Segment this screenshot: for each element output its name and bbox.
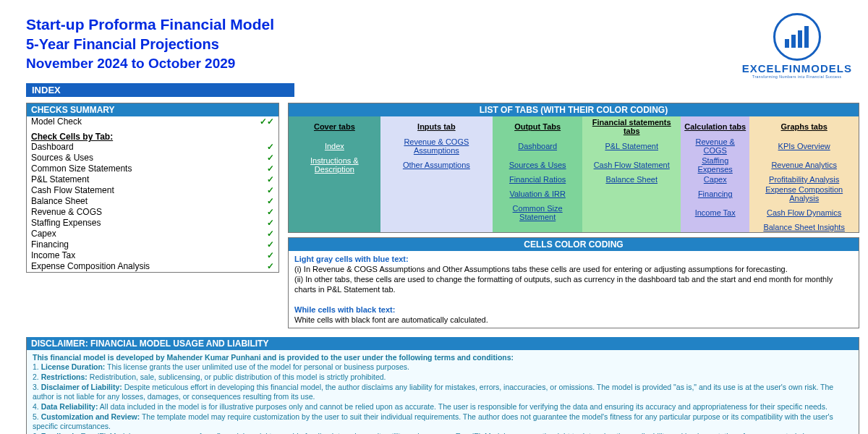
check-icon: ✓ bbox=[267, 261, 274, 272]
tab-link[interactable]: Sources & Uses bbox=[509, 161, 566, 169]
tab-link[interactable]: Expense Composition Analysis bbox=[765, 185, 843, 203]
tab-link[interactable]: Balance Sheet Insights bbox=[763, 223, 845, 231]
check-row: Common Size Statements✓ bbox=[27, 163, 278, 174]
tab-link[interactable]: Revenue Analytics bbox=[771, 161, 837, 169]
disclaimer-box: DISCLAIMER: FINANCIAL MODEL USAGE AND LI… bbox=[26, 337, 859, 434]
check-row: Capex✓ bbox=[27, 229, 278, 239]
check-row: Expense Composition Analysis✓ bbox=[27, 261, 278, 272]
disclaimer-item: 1. License Duration: This license grants… bbox=[33, 362, 853, 372]
tab-link[interactable]: Profitability Analysis bbox=[769, 175, 839, 184]
check-row: Sources & Uses✓ bbox=[27, 153, 278, 163]
tab-link[interactable]: Financing bbox=[698, 190, 733, 198]
coding-header: CELLS COLOR CODING bbox=[289, 238, 859, 251]
check-by-tab-title: Check Cells by Tab: bbox=[27, 132, 278, 142]
check-row: Revenue & COGS✓ bbox=[27, 207, 278, 218]
tab-link[interactable]: Staffing Expenses bbox=[698, 156, 733, 174]
check-row: Staffing Expenses✓ bbox=[27, 218, 278, 229]
tab-link[interactable]: Income Tax bbox=[695, 208, 736, 217]
tab-link[interactable]: Common Size Statement bbox=[513, 204, 563, 221]
disclaimer-item: 4. Data Reliability: All data included i… bbox=[33, 402, 853, 412]
tab-link[interactable]: Cash Flow Statement bbox=[594, 161, 670, 169]
model-check-row: Model Check✓✓ bbox=[27, 116, 278, 127]
check-row: Financing✓ bbox=[27, 239, 278, 250]
cells-color-coding-box: CELLS COLOR CODING Light gray cells with… bbox=[288, 237, 859, 328]
logo-tagline: Transforming Numbers into Financial Succ… bbox=[742, 75, 852, 79]
check-icon: ✓ bbox=[267, 229, 274, 239]
check-row: Dashboard✓ bbox=[27, 142, 278, 153]
tab-link[interactable]: Balance Sheet bbox=[605, 175, 658, 184]
brand-logo: EXCELFINMODELS Transforming Numbers into… bbox=[742, 13, 852, 79]
check-row: Balance Sheet✓ bbox=[27, 196, 278, 207]
tab-link[interactable]: Cash Flow Dynamics bbox=[767, 208, 841, 217]
disclaimer-item: 2. Restrictions: Redistribution, sale, s… bbox=[33, 373, 853, 382]
check-icon: ✓ bbox=[267, 153, 274, 163]
tab-link[interactable]: Revenue & COGS Assumptions bbox=[404, 137, 469, 155]
list-of-tabs-header: LIST OF TABS (WITH THEIR COLOR CODING) bbox=[289, 103, 859, 116]
tab-link[interactable]: Financial Ratios bbox=[509, 175, 566, 184]
check-icon: ✓ bbox=[267, 207, 274, 218]
list-of-tabs-box: LIST OF TABS (WITH THEIR COLOR CODING) C… bbox=[288, 103, 859, 233]
check-row: Cash Flow Statement✓ bbox=[27, 185, 278, 196]
check-icon: ✓ bbox=[267, 250, 274, 261]
disclaimer-item: 5. Customization and Review: The templat… bbox=[33, 412, 853, 431]
page-header: Start-up Proforma Financial Model 5-Year… bbox=[0, 0, 868, 80]
index-section-header: INDEX bbox=[26, 83, 294, 97]
check-row: Income Tax✓ bbox=[27, 250, 278, 261]
check-icon: ✓ bbox=[267, 218, 274, 229]
check-icon: ✓ bbox=[267, 163, 274, 174]
check-icon: ✓ bbox=[267, 142, 274, 153]
check-icon: ✓ bbox=[267, 185, 274, 196]
check-icon: ✓ bbox=[267, 196, 274, 207]
checks-summary-box: CHECKS SUMMARY Model Check✓✓ Check Cells… bbox=[26, 103, 279, 273]
check-icon: ✓✓ bbox=[260, 116, 274, 127]
tab-link[interactable]: Dashboard bbox=[518, 142, 557, 150]
tab-link[interactable]: Instructions & Description bbox=[310, 156, 359, 174]
checks-summary-header: CHECKS SUMMARY bbox=[27, 103, 278, 116]
tab-link[interactable]: KPIs Overview bbox=[778, 142, 830, 150]
tab-link[interactable]: Capex bbox=[704, 175, 727, 184]
check-icon: ✓ bbox=[267, 174, 274, 185]
tab-link[interactable]: P&L Statement bbox=[605, 142, 658, 150]
logo-chart-icon bbox=[773, 13, 821, 61]
disclaimer-item: 3. Disclaimer of Liability: Despite meti… bbox=[33, 383, 853, 401]
tab-link[interactable]: Revenue & COGS bbox=[696, 137, 735, 155]
tab-link[interactable]: Other Assumptions bbox=[403, 161, 470, 169]
check-icon: ✓ bbox=[267, 239, 274, 250]
check-row: P&L Statement✓ bbox=[27, 174, 278, 185]
disclaimer-header: DISCLAIMER: FINANCIAL MODEL USAGE AND LI… bbox=[27, 337, 859, 350]
tab-link[interactable]: Index bbox=[325, 142, 344, 150]
tabs-table: Cover tabsInputs tabOutput TabsFinancial… bbox=[289, 116, 859, 232]
tab-link[interactable]: Valuation & IRR bbox=[509, 190, 565, 198]
logo-name: EXCELFINMODELS bbox=[742, 62, 852, 75]
